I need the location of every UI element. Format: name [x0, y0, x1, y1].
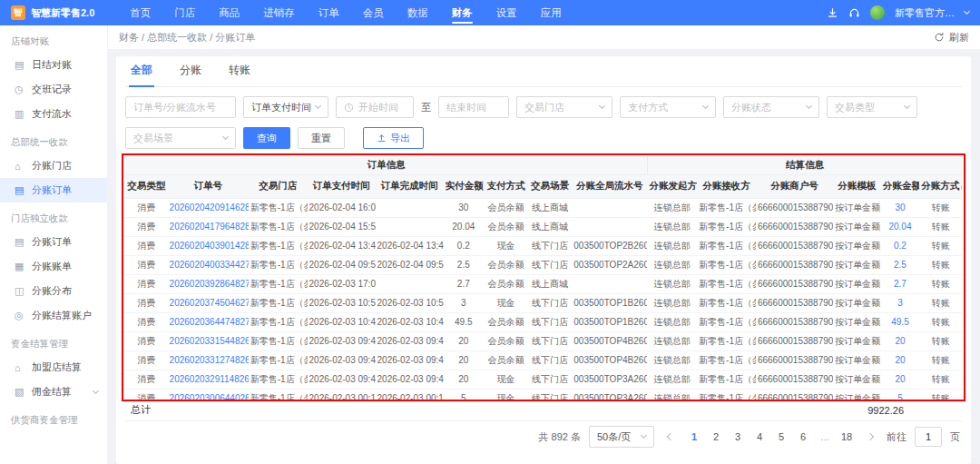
cell-merchantNo: 6666000153887908 [756, 350, 833, 370]
nav-item-store[interactable]: 门店 [162, 0, 207, 25]
sidebar-section-title-0: 店铺对账 [0, 25, 107, 53]
nav-item-data[interactable]: 数据 [396, 0, 440, 25]
app-title: 智慧新零售2.0 [31, 6, 94, 20]
next-page-button[interactable] [862, 429, 878, 445]
cell-finishTime: 2026-02-03 00:10 [376, 389, 444, 400]
cell-orderNo[interactable]: 202602041796482855 [168, 217, 249, 236]
split-status-select[interactable]: 分账状态 [723, 96, 819, 118]
prev-page-button[interactable] [662, 429, 679, 445]
nav-item-home[interactable]: 首页 [118, 0, 162, 25]
col-header-method: 分账方式 [919, 174, 962, 198]
sidebar-item-split-store[interactable]: ⌂分账门店 [0, 153, 107, 178]
cell-template: 按订单金额 [833, 389, 881, 400]
nav-item-settings[interactable]: 设置 [485, 0, 529, 25]
cell-orderNo[interactable]: 202602036447482700 [168, 312, 249, 331]
filter-row-2: 交易场景 查询 重置 导出 [125, 127, 962, 149]
cell-amount: 30 [881, 198, 920, 217]
col-header-type: 交易类型 [125, 174, 168, 198]
sidebar-item-shift-record[interactable]: ◷交班记录 [0, 77, 107, 102]
cell-flowNo: 003500TOP1B26020... [572, 312, 647, 331]
pay-method-select[interactable]: 支付方式 [620, 96, 716, 118]
table-row: 消费202602042091462858新零售-1店（勿...2026-02-0… [125, 198, 962, 217]
tab-all[interactable]: 全部 [129, 56, 154, 86]
page-number-4[interactable]: 4 [752, 431, 767, 442]
nav-item-finance[interactable]: 财务 [440, 0, 485, 25]
headset-icon[interactable] [848, 7, 860, 19]
sidebar-item-commission-settle[interactable]: ▧佣金结算 [0, 380, 107, 404]
nav-item-member[interactable]: 会员 [351, 0, 396, 25]
sidebar-item-split-distribution[interactable]: ◫分账分布 [0, 279, 107, 303]
goto-page-input[interactable] [915, 427, 942, 447]
cell-orderNo[interactable]: 202602039286482742 [168, 274, 249, 293]
order-number-input[interactable] [125, 96, 236, 118]
nav-item-inventory[interactable]: 进销存 [251, 0, 307, 25]
sidebar-item-label: 分账订单 [32, 183, 72, 197]
cell-orderNo[interactable]: 202602032911482689 [168, 370, 249, 389]
cell-orderNo[interactable]: 202602030064402676 [168, 389, 249, 400]
chevron-down-icon [806, 103, 812, 109]
page-number-5[interactable]: 5 [774, 431, 789, 442]
sidebar-item-daily-check[interactable]: ▤日结对账 [0, 53, 107, 77]
help-icon[interactable] [961, 183, 962, 193]
tab-split[interactable]: 分账 [178, 56, 203, 86]
nav-item-apps[interactable]: 应用 [529, 0, 573, 25]
page-number-2[interactable]: 2 [709, 431, 723, 442]
page-number-3[interactable]: 3 [730, 431, 745, 442]
cell-orderNo[interactable]: 202602040390142834 [168, 236, 249, 255]
chevron-down-icon [904, 103, 910, 109]
search-button[interactable]: 查询 [243, 127, 290, 149]
cell-amount: 2.7 [881, 274, 920, 293]
table-row: 消费202602041796482855新零售-1店（勿...2026-02-0… [125, 217, 962, 236]
cell-merchantNo: 6666000153887908 [756, 274, 833, 293]
sidebar-item-split-order-store[interactable]: ▤分账订单 [0, 230, 107, 254]
page-numbers: 123456...18 [687, 431, 854, 442]
total-value: 9922.26 [867, 405, 904, 416]
sidebar-item-split-order-hq[interactable]: ▤分账订单 [0, 178, 107, 202]
orders-table-scroll[interactable]: 订单信息结算信息 交易类型订单号交易门店订单支付时间订单完成时间实付金额支付方式… [125, 156, 962, 400]
scene-select[interactable]: 交易场景 [125, 127, 236, 149]
cell-payTime: 2026-02-03 10:40 [308, 312, 376, 331]
time-type-select[interactable]: 订单支付时间 [243, 96, 328, 118]
cell-template: 按订单金额 [833, 331, 881, 350]
page-number-6[interactable]: 6 [796, 431, 810, 442]
sidebar-item-franchise-settle[interactable]: ⌂加盟店结算 [0, 355, 107, 380]
download-icon[interactable] [827, 7, 838, 19]
nav-item-goods[interactable]: 商品 [207, 0, 251, 25]
cell-orderNo[interactable]: 202602040033442796 [168, 255, 249, 274]
nav-right: 新零售官方… [827, 5, 969, 20]
page-number-1[interactable]: 1 [687, 431, 701, 442]
store-select[interactable]: 交易门店 [516, 96, 612, 118]
page-size-select[interactable]: 50条/页 [589, 426, 654, 448]
cell-merchantNo: 6666000153887908 [756, 389, 833, 400]
trade-type-select[interactable]: 交易类型 [827, 96, 917, 118]
sidebar-item-split-settle-account[interactable]: ◎分账结算账户 [0, 303, 107, 328]
reset-button[interactable]: 重置 [298, 127, 345, 149]
sidebar-item-payment-flow[interactable]: ▥支付流水 [0, 102, 107, 126]
cell-store: 新零售-1店（勿... [249, 293, 308, 312]
tab-transfer[interactable]: 转账 [227, 56, 252, 86]
cell-method: 转账 [919, 198, 962, 217]
cell-payMethod: 现金 [484, 236, 528, 255]
cell-orderNo[interactable]: 202602033154482691 [168, 331, 249, 350]
table-row: 消费202602039286482742新零售-1店（勿...2026-02-0… [125, 274, 962, 293]
end-time-input[interactable]: 结束时间 [438, 96, 509, 118]
user-avatar[interactable] [870, 5, 885, 20]
chevron-down-icon [93, 387, 99, 393]
cell-orderNo[interactable]: 202602037450462701 [168, 293, 249, 312]
scene-placeholder: 交易场景 [133, 132, 173, 145]
cell-paid: 20 [444, 331, 485, 350]
cell-finishTime: 2026-02-04 09:53 [376, 255, 444, 274]
sidebar-item-split-bill[interactable]: ▦分账账单 [0, 254, 107, 279]
user-name[interactable]: 新零售官方… [895, 6, 955, 20]
cell-paid: 2.7 [444, 274, 485, 293]
nav-item-order[interactable]: 订单 [307, 0, 351, 25]
cell-type: 消费 [125, 312, 168, 331]
start-time-input[interactable]: 开始时间 [336, 96, 414, 118]
page-number-18[interactable]: 18 [839, 431, 854, 442]
cell-amount: 20 [881, 350, 920, 370]
export-button[interactable]: 导出 [363, 127, 424, 149]
cell-orderNo[interactable]: 202602042091462858 [168, 198, 249, 217]
refresh-button[interactable]: 刷新 [934, 31, 969, 44]
col-header-finishTime: 订单完成时间 [376, 174, 444, 198]
cell-orderNo[interactable]: 202602033127482690 [168, 350, 249, 370]
